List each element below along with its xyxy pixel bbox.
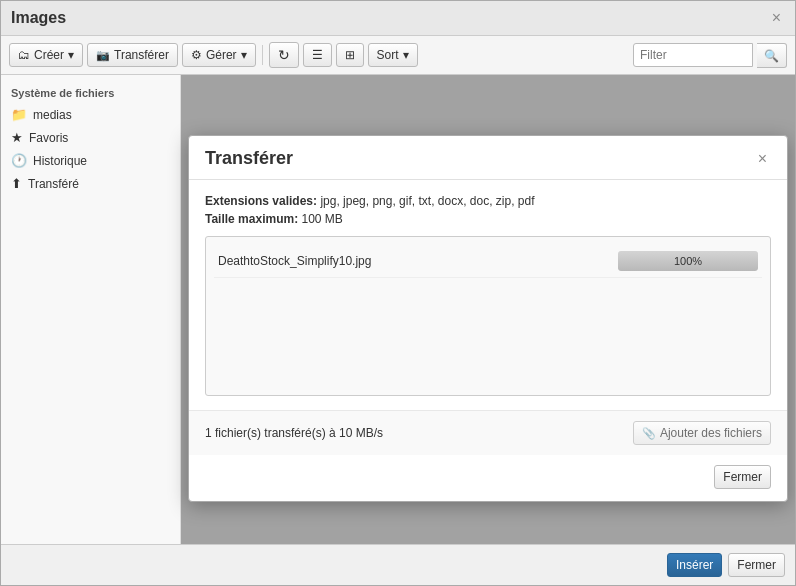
search-button[interactable]: 🔍 [757, 43, 787, 68]
sidebar-item-label-historique: Historique [33, 154, 87, 168]
sidebar-item-label-medias: medias [33, 108, 72, 122]
modal-close-row: Fermer [189, 455, 787, 501]
modal-footer-actions: Ajouter des fichiers [633, 421, 771, 445]
create-button[interactable]: Créer [9, 43, 83, 67]
star-icon: ★ [11, 130, 23, 145]
create-icon [18, 48, 30, 62]
window-title: Images [11, 9, 66, 27]
sort-button[interactable]: Sort [368, 43, 418, 67]
camera-icon [96, 48, 110, 62]
close-button[interactable]: Fermer [728, 553, 785, 577]
insert-button[interactable]: Insérer [667, 553, 722, 577]
grid-icon [345, 48, 355, 62]
filter-input[interactable] [633, 43, 753, 67]
transfer-status: 1 fichier(s) transféré(s) à 10 MB/s [205, 426, 383, 440]
create-chevron-icon [68, 48, 74, 62]
toolbar: Créer Transférer Gérer Sort 🔍 [1, 36, 795, 75]
search-icon: 🔍 [764, 49, 779, 63]
sidebar-item-historique[interactable]: 🕐 Historique [1, 149, 180, 172]
upload-file-row: DeathtoStock_Simplify10.jpg 100% [214, 245, 762, 278]
max-size-info: Taille maximum: 100 MB [205, 212, 771, 226]
sidebar-item-label-transfere: Transféré [28, 177, 79, 191]
modal-overlay: Transférer × Extensions valides: jpg, jp… [181, 75, 795, 544]
content-area: Système de fichiers 📁 medias ★ Favoris 🕐… [1, 75, 795, 544]
progress-bar-label: 100% [674, 255, 702, 267]
list-icon [312, 48, 323, 62]
sidebar-item-medias[interactable]: 📁 medias [1, 103, 180, 126]
upload-filename: DeathtoStock_Simplify10.jpg [218, 254, 371, 268]
progress-bar-container: 100% [618, 251, 758, 271]
modal-title: Transférer [205, 148, 293, 169]
manage-button[interactable]: Gérer [182, 43, 256, 67]
add-files-icon [642, 426, 656, 440]
sidebar-item-transfere[interactable]: ⬆ Transféré [1, 172, 180, 195]
modal-dialog: Transférer × Extensions valides: jpg, jp… [188, 135, 788, 502]
clock-icon: 🕐 [11, 153, 27, 168]
main-content: Transférer × Extensions valides: jpg, jp… [181, 75, 795, 544]
list-view-button[interactable] [303, 43, 332, 67]
sidebar-item-label-favoris: Favoris [29, 131, 68, 145]
sort-chevron-icon [403, 48, 409, 62]
add-files-button[interactable]: Ajouter des fichiers [633, 421, 771, 445]
separator-1 [262, 45, 263, 65]
sidebar-item-favoris[interactable]: ★ Favoris [1, 126, 180, 149]
modal-body: Extensions valides: jpg, jpeg, png, gif,… [189, 180, 787, 410]
manage-chevron-icon [241, 48, 247, 62]
transfer-button[interactable]: Transférer [87, 43, 178, 67]
grid-view-button[interactable] [336, 43, 364, 67]
upload-icon: ⬆ [11, 176, 22, 191]
refresh-button[interactable] [269, 42, 299, 68]
bottom-bar: Insérer Fermer [1, 544, 795, 585]
folder-icon: 📁 [11, 107, 27, 122]
modal-footer: 1 fichier(s) transféré(s) à 10 MB/s Ajou… [189, 410, 787, 455]
manage-icon [191, 48, 202, 62]
extensions-info: Extensions valides: jpg, jpeg, png, gif,… [205, 194, 771, 208]
main-window: Images × Créer Transférer Gérer Sort [0, 0, 796, 586]
sidebar: Système de fichiers 📁 medias ★ Favoris 🕐… [1, 75, 181, 544]
modal-close-button[interactable]: × [754, 150, 771, 168]
refresh-icon [278, 47, 290, 63]
upload-area: DeathtoStock_Simplify10.jpg 100% [205, 236, 771, 396]
sidebar-section-label: Système de fichiers [1, 83, 180, 103]
title-bar: Images × [1, 1, 795, 36]
modal-fermer-button[interactable]: Fermer [714, 465, 771, 489]
window-close-button[interactable]: × [768, 9, 785, 27]
modal-header: Transférer × [189, 136, 787, 180]
